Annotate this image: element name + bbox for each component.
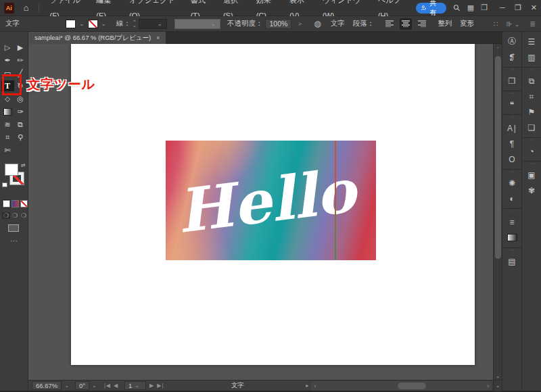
blend-tool[interactable]: ✄ <box>1 145 14 155</box>
opentype-icon[interactable]: O <box>502 151 521 167</box>
stroke-color-swatch[interactable] <box>88 20 98 28</box>
edit-toolbar-icon[interactable]: ⋯ <box>0 237 28 245</box>
none-button[interactable] <box>20 200 28 207</box>
tab-close-icon[interactable]: × <box>156 34 160 41</box>
rotation-select-chevron-icon[interactable]: ⌄ <box>89 383 99 389</box>
maximize-button[interactable]: ❐ <box>515 3 521 12</box>
direct-selection-tool[interactable]: ▶ <box>14 42 27 53</box>
gradient-panel-icon[interactable] <box>507 234 517 241</box>
draw-normal-icon[interactable]: ❍ <box>2 212 10 219</box>
layers-icon[interactable]: ⧉ <box>522 73 541 89</box>
draw-behind-icon[interactable]: ❍ <box>11 212 19 219</box>
chevron-down-icon: ⌄ <box>132 383 142 389</box>
css-properties-icon[interactable]: ❐ <box>502 73 521 89</box>
stroke-weight-select[interactable]: ⌄ <box>139 19 167 29</box>
pathfinder-icon[interactable]: ◔ <box>522 143 541 159</box>
color-guide-icon[interactable]: ◐ <box>502 191 521 206</box>
minimize-button[interactable]: ─ <box>500 3 505 12</box>
vertical-scroll-thumb[interactable] <box>495 56 501 259</box>
stroke-weight-stepper[interactable]: ⌃⌄ <box>133 20 137 27</box>
color-button[interactable] <box>3 200 10 207</box>
artboard-panel-icon[interactable]: ▣ <box>522 167 541 182</box>
align-center-button[interactable] <box>400 18 412 30</box>
zoom-level-value[interactable]: 66.67% <box>32 381 62 390</box>
asset-export-icon[interactable]: ⚑ <box>522 104 541 120</box>
paragraph-link[interactable]: 段落： <box>353 19 375 28</box>
swatches-icon[interactable]: ▤ <box>502 253 521 269</box>
document-tab-bar: sampleai* @ 66.67 % (RGB/プレビュー) × <box>28 32 502 44</box>
fill-swatch[interactable] <box>5 164 18 176</box>
close-button[interactable]: ✕ <box>531 3 537 12</box>
artboard-tool[interactable]: ⌗ <box>1 132 14 143</box>
previous-artboard-icon[interactable]: ◀ <box>114 383 118 389</box>
opacity-expand-icon[interactable]: ＞ <box>294 20 306 28</box>
transform-panel-link[interactable]: 変形 <box>460 19 474 28</box>
align-panel-link[interactable]: 整列 <box>438 19 452 28</box>
screen-mode-button[interactable] <box>8 224 19 232</box>
variable-width-select[interactable]: ⌄ <box>174 19 220 29</box>
character-link[interactable]: 文字 <box>331 19 345 28</box>
symbol-sprayer-tool[interactable]: ⧉ <box>14 119 27 130</box>
home-icon[interactable]: ⌂ <box>20 3 33 13</box>
swap-fill-stroke-icon[interactable]: ⇄ <box>21 162 26 168</box>
search-icon[interactable] <box>453 3 460 12</box>
curvature-tool[interactable]: ✏ <box>14 55 27 66</box>
character-panel-icon[interactable]: A∣ <box>502 120 521 136</box>
width-tool[interactable]: ≋ <box>1 119 14 130</box>
panel-column-outer: ☰▥⧉⌗⚑❏◔▣✾ <box>521 32 541 391</box>
status-expand-icon[interactable]: ▸ <box>306 383 308 389</box>
paragraph-panel-icon[interactable]: ¶ <box>502 136 521 151</box>
panel-divider <box>502 67 521 73</box>
panel-menu-icon[interactable]: ≣ <box>530 20 536 28</box>
pen-tool[interactable]: ✒ <box>1 55 14 66</box>
selection-tool[interactable]: ▷ <box>1 42 14 53</box>
default-fill-stroke-icon[interactable] <box>2 182 7 187</box>
transform-icon[interactable]: ❏ <box>522 120 541 135</box>
properties-icon[interactable]: ☰ <box>522 34 541 49</box>
draw-inside-icon[interactable]: ❍ <box>20 212 28 219</box>
vertical-scrollbar[interactable]: ˆ ⌄ <box>493 44 502 380</box>
gradient-tool[interactable] <box>3 108 12 116</box>
scroll-left-icon[interactable]: ‹ <box>314 383 316 389</box>
document-window-icon[interactable]: ❒ <box>481 3 488 12</box>
dock-icon[interactable]: ∷ <box>494 20 498 28</box>
canvas[interactable]: Hello <box>28 44 493 380</box>
stroke-weight-label: 線： <box>116 19 131 28</box>
arrange-documents-icon[interactable]: ▦ <box>467 3 474 12</box>
paragraph-styles-icon[interactable]: ❡ <box>502 49 521 65</box>
artboard-number-select[interactable]: 1 ⌄ <box>124 381 146 390</box>
zoom-tool[interactable]: ⚲ <box>14 132 27 143</box>
gradient-button[interactable] <box>11 200 19 207</box>
chevron-down-icon[interactable]: ⌄ <box>77 20 87 27</box>
scroll-down-icon[interactable]: ⌄ <box>496 373 500 379</box>
recolor-artwork-icon[interactable]: ◍ <box>314 19 321 28</box>
gradient-artwork[interactable]: Hello <box>166 141 376 260</box>
opacity-value[interactable]: 100% <box>265 19 291 29</box>
color-icon[interactable]: ✺ <box>502 175 521 191</box>
workspace-switcher-icon[interactable]: ⊪⌄ <box>506 20 521 28</box>
chevron-down-icon[interactable]: ⌄ <box>99 20 109 27</box>
first-artboard-icon[interactable]: ∣◀ <box>103 383 110 389</box>
last-artboard-icon[interactable]: ▶∣ <box>157 383 164 389</box>
align-right-button[interactable] <box>416 18 428 30</box>
scroll-up-icon[interactable]: ˆ <box>497 44 499 53</box>
share-button[interactable]: 共有 <box>416 3 447 14</box>
eyedropper-tool[interactable]: ✑ <box>14 106 27 117</box>
stroke-panel-icon[interactable]: ≡ <box>502 214 521 230</box>
zoom-select-chevron-icon[interactable]: ⌄ <box>62 383 72 389</box>
align-left-button[interactable] <box>383 18 396 30</box>
horizontal-scroll-thumb[interactable] <box>398 383 426 389</box>
fill-color-swatch[interactable] <box>66 20 76 28</box>
appearance-icon[interactable]: ✾ <box>522 182 541 198</box>
scroll-right-icon[interactable]: › <box>487 383 489 389</box>
illustrator-logo-icon[interactable]: Ai <box>4 3 14 14</box>
horizontal-scrollbar[interactable]: ‹ › <box>311 381 492 391</box>
artboards-icon[interactable]: ⌗ <box>522 89 541 104</box>
character-styles-icon[interactable]: Ⓐ <box>502 34 521 49</box>
scrollbar-corner[interactable]: ⌄ <box>493 381 502 391</box>
document-tab[interactable]: sampleai* @ 66.67 % (RGB/プレビュー) × <box>28 32 166 44</box>
libraries-icon[interactable]: ▥ <box>522 49 541 65</box>
comments-icon[interactable]: ❝ <box>502 97 521 112</box>
rotation-value[interactable]: 0° <box>75 381 89 390</box>
next-artboard-icon[interactable]: ▶ <box>149 383 154 389</box>
